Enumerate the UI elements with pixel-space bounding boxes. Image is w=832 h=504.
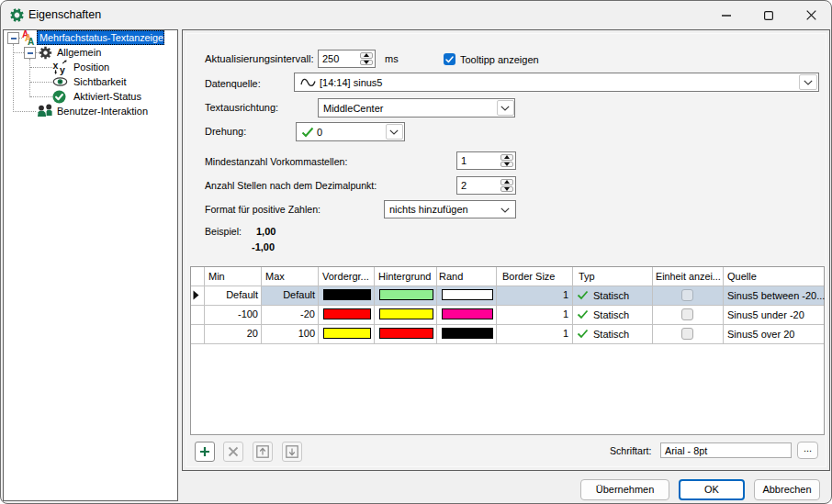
svg-text:y: y: [60, 64, 65, 75]
svg-text:x: x: [53, 60, 59, 71]
